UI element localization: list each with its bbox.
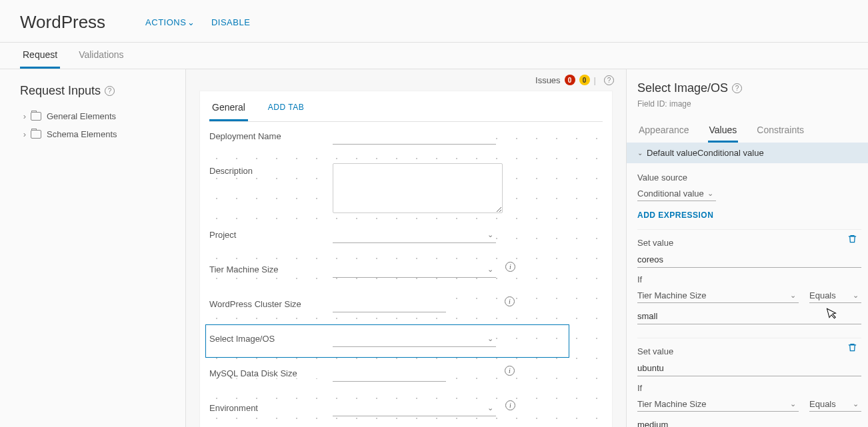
condition-operator-select[interactable]: Equals ⌄ [809,288,861,303]
field-label: Description [209,163,333,176]
value-source-value: Conditional value [637,189,704,199]
divider: | [594,75,596,85]
set-value-label: Set value [637,238,861,248]
tree-item-general-elements[interactable]: › General Elements [20,107,172,125]
tab-constraints[interactable]: Constraints [755,119,805,143]
field-select-image-os[interactable]: Select Image/OS ⌄ ⋮⋮ [209,331,603,347]
field-environment[interactable]: Environment ⌄ i [209,400,603,416]
info-icon[interactable]: i [505,296,515,306]
field-label: Deployment Name [209,129,333,141]
field-tier-machine-size[interactable]: Tier Machine Size ⌄ i [209,262,603,278]
tree-item-schema-elements[interactable]: › Schema Elements [20,125,172,143]
trash-icon[interactable] [847,234,857,246]
condition-value-input[interactable] [637,417,861,427]
cond-field-value: Tier Machine Size [637,290,707,300]
field-label: MySQL Data Disk Size [209,366,333,378]
form-area: Deployment Name Description Project ⌄ [200,122,612,427]
actions-dropdown[interactable]: ACTIONS ⌄ [145,17,195,27]
condition-row: Tier Machine Size ⌄ Equals ⌄ [637,397,861,412]
add-tab-button[interactable]: ADD TAB [265,103,307,121]
tab-validations[interactable]: Validations [76,43,126,69]
set-value-input[interactable] [637,360,861,376]
field-label: Project [209,227,333,240]
caret-icon: › [20,129,29,139]
field-project[interactable]: Project ⌄ [209,227,603,243]
form-canvas: General ADD TAB Deployment Name Descript… [199,91,613,427]
if-label: If [637,383,861,393]
expression-block-2: Set value If Tier Machine Size ⌄ Equals … [637,338,861,427]
image-os-select[interactable]: ⌄ [333,331,496,347]
field-deployment-name[interactable]: Deployment Name [209,129,603,145]
chevron-down-icon: ⌄ [485,265,496,274]
help-icon[interactable]: ? [732,83,742,93]
project-select[interactable]: ⌄ [333,227,496,243]
condition-operator-select[interactable]: Equals ⌄ [809,397,861,412]
field-mysql-disk-size[interactable]: MySQL Data Disk Size i [209,366,603,382]
field-id-label: Field ID: image [637,99,861,109]
accordion-header[interactable]: ⌄ Default valueConditional value [627,143,868,163]
main-layout: Request Inputs ? › General Elements › Sc… [0,69,868,427]
description-textarea[interactable] [333,163,503,213]
request-inputs-heading: Request Inputs ? [20,84,172,98]
default-value-label: Default value [647,148,697,158]
tab-values[interactable]: Values [708,119,739,143]
info-icon[interactable]: i [505,400,515,410]
chevron-down-icon: ⌄ [485,404,496,412]
info-icon[interactable]: i [505,366,515,376]
if-label: If [637,274,861,284]
image-os-value[interactable] [333,331,485,346]
condition-value-input[interactable] [637,308,861,324]
add-expression-button[interactable]: ADD EXPRESSION [637,211,861,220]
environment-value[interactable] [333,400,485,416]
tier-size-select[interactable]: ⌄ [333,262,496,278]
folder-icon [31,130,41,139]
chevron-down-icon: ⌄ [187,17,195,27]
cond-field-value: Tier Machine Size [637,399,707,409]
chevron-down-icon: ⌄ [787,400,799,408]
tab-appearance[interactable]: Appearance [637,119,691,143]
disable-button[interactable]: DISABLE [211,17,250,27]
issues-error-badge[interactable]: 0 [565,75,575,85]
canvas-tab-general[interactable]: General [209,102,248,121]
center-panel: Issues 0 0 | ? General ADD TAB Deploymen… [185,69,627,427]
value-source-label: Value source [637,173,861,183]
field-label: Environment [209,400,333,413]
issues-bar: Issues 0 0 | ? [535,75,614,85]
chevron-down-icon: ⌄ [850,400,861,408]
info-icon[interactable]: i [505,262,515,272]
issues-label: Issues [535,75,561,85]
condition-field-select[interactable]: Tier Machine Size ⌄ [637,397,799,412]
chevron-down-icon: ⌄ [637,149,643,157]
wp-cluster-size-input[interactable] [333,296,446,312]
field-label: Tier Machine Size [209,262,333,274]
project-select-value[interactable] [333,227,485,242]
chevron-down-icon: ⌄ [787,291,799,300]
set-value-input[interactable] [637,252,861,268]
field-wp-cluster-size[interactable]: WordPress Cluster Size i [209,296,603,312]
value-source-select[interactable]: Conditional value ⌄ [637,187,716,201]
request-inputs-label: Request Inputs [20,84,101,98]
environment-select[interactable]: ⌄ [333,400,496,416]
canvas-tabs: General ADD TAB [209,102,603,122]
conditional-value-label: Conditional value [697,148,764,158]
header: WordPress ACTIONS ⌄ DISABLE [0,0,868,43]
mysql-disk-size-input[interactable] [333,366,446,382]
properties-heading: Select Image/OS ? [637,81,861,95]
tree-item-label: Schema Elements [47,129,117,139]
chevron-down-icon: ⌄ [850,291,861,300]
tree-item-label: General Elements [47,111,116,121]
tier-size-value[interactable] [333,262,485,277]
deployment-name-input[interactable] [333,129,496,145]
condition-field-select[interactable]: Tier Machine Size ⌄ [637,288,799,303]
chevron-down-icon: ⌄ [705,189,716,198]
help-icon[interactable]: ? [105,86,115,96]
trash-icon[interactable] [847,342,857,354]
properties-tabs: Appearance Values Constraints [637,119,861,143]
field-description[interactable]: Description [209,163,603,215]
top-tabs: Request Validations [0,43,868,69]
cond-op-value: Equals [809,399,836,409]
left-panel: Request Inputs ? › General Elements › Sc… [0,69,185,427]
help-icon[interactable]: ? [604,75,614,85]
issues-warning-badge[interactable]: 0 [579,75,590,85]
tab-request[interactable]: Request [20,43,60,69]
